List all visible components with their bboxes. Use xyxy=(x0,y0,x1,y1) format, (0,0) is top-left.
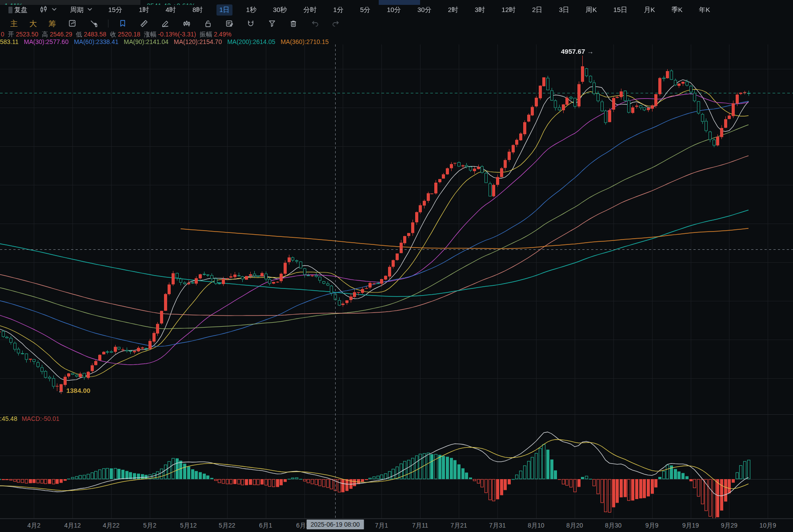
trading-app: { "header_partial": {"left_fragment": "1… xyxy=(0,0,793,532)
ma-legend-item: 583.11 xyxy=(0,38,19,45)
note-edit-icon[interactable] xyxy=(225,19,234,28)
macd-legend-item: MACD:-50.01 xyxy=(22,415,60,422)
interval-1日[interactable]: 1日 xyxy=(216,4,232,16)
arrow-right-icon: → xyxy=(587,48,593,55)
indicator-edit-icon[interactable] xyxy=(68,19,77,28)
amplitude-value: 2.49% xyxy=(214,31,232,38)
x-axis-label: 10月9 xyxy=(760,522,776,530)
interval-1秒[interactable]: 1秒 xyxy=(244,4,259,16)
magnet-icon[interactable] xyxy=(246,19,255,28)
x-axis-label: 8月10 xyxy=(528,522,544,530)
crosshair-date-tooltip: 2025-06-19 08:00 xyxy=(307,520,364,529)
interval-年K[interactable]: 年K xyxy=(696,4,713,16)
interval-分时[interactable]: 分时 xyxy=(301,4,320,16)
low-value: 2483.58 xyxy=(84,31,107,38)
compare-kline-icon[interactable] xyxy=(182,19,191,28)
ma-legend-item: MA(90):2141.04 xyxy=(124,38,168,45)
replay-button[interactable]: 复盘 xyxy=(8,6,28,14)
interval-3日[interactable]: 3日 xyxy=(556,4,572,16)
lock-icon[interactable] xyxy=(204,19,212,28)
redo-icon[interactable] xyxy=(332,19,340,28)
x-axis-label: 5月12 xyxy=(180,522,196,530)
x-axis-label: 4月22 xyxy=(103,522,119,530)
ma-legend-item: MA(120):2154.70 xyxy=(174,38,222,45)
window-icon xyxy=(8,7,12,13)
x-axis-label: 9月19 xyxy=(682,522,699,530)
interval-30秒[interactable]: 30秒 xyxy=(270,4,290,16)
open-value: 2523.50 xyxy=(16,31,39,38)
ruler-icon[interactable] xyxy=(140,19,148,28)
ma-legend: 583.11MA(30):2577.60MA(60):2338.41MA(90)… xyxy=(0,38,329,45)
x-axis-label: 6月1 xyxy=(259,522,272,530)
x-axis-label: 5月22 xyxy=(219,522,235,530)
period-dropdown[interactable]: 周期 xyxy=(70,5,94,15)
period-low-annotation: ← 1384.00 xyxy=(58,387,90,394)
period-toolbar: 复盘 周期 15分1时4时8时1日1秒30秒分时1分5分10分30分2时3时12… xyxy=(0,4,718,16)
ma-legend-item: MA(60):2338.41 xyxy=(74,38,118,45)
x-axis-label: 4月12 xyxy=(64,522,80,530)
interval-季K[interactable]: 季K xyxy=(669,4,685,16)
chart-mode-大[interactable]: 大 xyxy=(29,19,37,29)
chevron-down-icon xyxy=(50,5,59,15)
interval-月K[interactable]: 月K xyxy=(641,4,657,16)
arrow-left-icon: ← xyxy=(58,387,64,394)
undo-icon[interactable] xyxy=(310,19,319,28)
drawing-toolbar: 主大筹 xyxy=(0,17,347,30)
ohlc-fragment: 0 xyxy=(1,31,4,39)
x-axis-label: 9月29 xyxy=(721,522,737,530)
ma-legend-item: MA(360):2710.15 xyxy=(280,38,328,45)
interval-12时[interactable]: 12时 xyxy=(499,4,518,16)
close-value: 2520.18 xyxy=(118,31,140,38)
ohlc-readout: 0 开 2523.50 高 2546.29 低 2483.58 收 2520.1… xyxy=(1,31,232,39)
x-axis: 4月24月124月225月25月125月226月16月117月17月117月21… xyxy=(0,519,793,532)
interval-5分[interactable]: 5分 xyxy=(357,4,373,16)
macd-legend-item: :45.48 xyxy=(0,415,17,422)
ma-legend-item: MA(200):2614.05 xyxy=(227,38,275,45)
ma-legend-item: MA(30):2577.60 xyxy=(24,38,68,45)
high-value: 2546.29 xyxy=(50,31,72,38)
interval-2时[interactable]: 2时 xyxy=(445,4,461,16)
chart-mode-主[interactable]: 主 xyxy=(10,19,18,29)
kline-chart-canvas[interactable] xyxy=(0,0,793,532)
pen-icon[interactable] xyxy=(161,19,170,28)
filter-icon[interactable] xyxy=(268,19,276,28)
x-axis-label: 4月2 xyxy=(27,522,40,530)
chart-mode-筹[interactable]: 筹 xyxy=(48,19,56,29)
interval-周K[interactable]: 周K xyxy=(583,4,600,16)
x-axis-label: 8月30 xyxy=(605,522,621,530)
toolbar-divider xyxy=(108,20,108,28)
x-axis-label: 9月9 xyxy=(645,522,659,530)
interval-10分[interactable]: 10分 xyxy=(384,4,404,16)
interval-1分[interactable]: 1分 xyxy=(331,4,346,16)
kline-style-icon xyxy=(39,5,48,15)
interval-30分[interactable]: 30分 xyxy=(415,4,434,16)
interval-1时[interactable]: 1时 xyxy=(136,4,152,16)
interval-8时[interactable]: 8时 xyxy=(190,4,205,16)
x-axis-label: 7月11 xyxy=(412,522,428,530)
chevron-down-icon xyxy=(85,5,94,15)
period-high-annotation: 4957.67 → xyxy=(561,48,593,55)
change-value: -0.13%(-3.31) xyxy=(158,31,196,38)
interval-2日[interactable]: 2日 xyxy=(529,4,545,16)
trash-icon[interactable] xyxy=(289,19,298,28)
x-axis-label: 7月21 xyxy=(450,522,467,530)
cursor-kline-icon[interactable] xyxy=(89,19,98,28)
x-axis-label: 7月1 xyxy=(375,522,388,530)
macd-legend: :45.48MACD:-50.01 xyxy=(0,415,60,422)
chart-type-dropdown[interactable] xyxy=(39,5,59,15)
x-axis-label: 5月2 xyxy=(143,522,156,530)
interval-15分[interactable]: 15分 xyxy=(106,4,125,16)
bookmark-icon[interactable] xyxy=(118,19,127,28)
interval-15日[interactable]: 15日 xyxy=(611,4,630,16)
x-axis-label: 7月31 xyxy=(489,522,505,530)
interval-4时[interactable]: 4时 xyxy=(163,4,179,16)
x-axis-label: 8月20 xyxy=(566,522,583,530)
interval-3时[interactable]: 3时 xyxy=(472,4,488,16)
